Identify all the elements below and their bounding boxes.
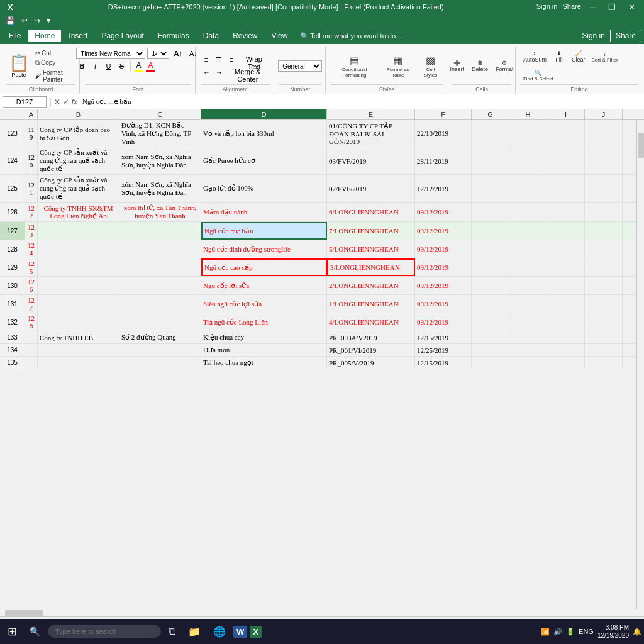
cell-h124[interactable] <box>509 147 547 174</box>
cell-i132[interactable] <box>547 313 585 331</box>
start-button[interactable]: ⊞ <box>3 622 22 641</box>
cell-g128[interactable] <box>472 240 509 258</box>
menu-home[interactable]: Home <box>28 30 61 42</box>
cell-a128[interactable]: 124 <box>25 240 38 258</box>
format-painter-button[interactable]: 🖌 Format Painter <box>33 69 75 84</box>
menu-share[interactable]: Share <box>610 30 641 42</box>
cell-c133[interactable]: Số 2 đường Quang <box>119 331 201 343</box>
cell-c124[interactable]: xóm Nam Sơn, xã Nghĩa Sơn, huyện Nghĩa Đ… <box>119 147 201 174</box>
cell-d134[interactable]: Dưa món <box>201 344 327 356</box>
cell-f134[interactable]: 12/25/2019 <box>415 344 472 356</box>
cell-i123[interactable] <box>547 120 585 147</box>
cell-c132[interactable] <box>119 313 201 331</box>
excel-taskbar-icon[interactable]: X <box>250 626 262 638</box>
cell-g127[interactable] <box>472 222 509 240</box>
cell-d132[interactable]: Trà ngũ cốc Long Liên <box>201 313 327 331</box>
cell-i127[interactable] <box>547 222 585 240</box>
cell-h126[interactable] <box>509 203 547 221</box>
cell-a133[interactable] <box>25 331 38 343</box>
cell-j133[interactable] <box>585 331 623 343</box>
cell-f129[interactable]: 09/12/2019 <box>415 258 472 276</box>
cell-g135[interactable] <box>472 357 509 369</box>
autosum-btn[interactable]: Σ AutoSum <box>521 49 549 64</box>
cell-h131[interactable] <box>509 295 547 313</box>
taskbar-search[interactable] <box>48 625 161 638</box>
merge-center-btn[interactable]: Merge & Center <box>226 67 270 78</box>
col-header-f[interactable]: F <box>415 109 472 119</box>
insert-btn[interactable]: ➕ Insert <box>448 58 467 74</box>
cell-g134[interactable] <box>472 344 509 356</box>
cell-d135[interactable]: Tai heo chua ngọt <box>201 357 327 369</box>
cell-j131[interactable] <box>585 295 623 313</box>
font-color-btn[interactable]: A <box>146 61 155 72</box>
notification-icon[interactable]: 🔔 <box>633 628 641 636</box>
conditional-formatting-btn[interactable]: ▤ Conditional Formatting <box>331 53 378 79</box>
cell-e134[interactable]: PR_001/VI/2019 <box>327 344 415 356</box>
cell-i134[interactable] <box>547 344 585 356</box>
menu-file[interactable]: File <box>3 30 27 42</box>
cell-b128[interactable] <box>38 240 119 258</box>
menu-formulas[interactable]: Formulas <box>152 30 196 42</box>
save-icon[interactable]: 💾 <box>4 16 17 25</box>
cell-a124[interactable]: 120 <box>25 147 38 174</box>
menu-view[interactable]: View <box>265 30 294 42</box>
cell-d126[interactable]: Mầm đậu nành <box>201 203 327 221</box>
align-left-btn[interactable]: ≡ <box>201 54 212 65</box>
cell-c130[interactable] <box>119 277 201 294</box>
wrap-text-btn[interactable]: Wrap Text <box>238 54 270 65</box>
copy-button[interactable]: ⧉ Copy <box>33 58 75 67</box>
number-format-select[interactable]: General <box>278 60 322 72</box>
share-link[interactable]: Share <box>562 3 580 12</box>
cell-g132[interactable] <box>472 313 509 331</box>
align-right-btn[interactable]: ≡ <box>226 54 237 65</box>
cell-f128[interactable]: 09/12/2019 <box>415 240 472 258</box>
col-header-h[interactable]: H <box>509 109 547 119</box>
cell-d124[interactable]: Gấc Puree hữu cơ <box>201 147 327 174</box>
task-view-btn[interactable]: ⧉ <box>164 623 180 640</box>
cell-e127[interactable]: 7/LONGLIENNGHEAN <box>327 222 415 240</box>
format-table-btn[interactable]: ▦ Format as Table <box>380 53 416 79</box>
cell-h129[interactable] <box>509 258 547 276</box>
cell-g131[interactable] <box>472 295 509 313</box>
cell-e135[interactable]: PR_005/V/2019 <box>327 357 415 369</box>
cell-j129[interactable] <box>585 258 623 276</box>
cell-i133[interactable] <box>547 331 585 343</box>
cell-e130[interactable]: 2/LONGLIENNGHEAN <box>327 277 415 294</box>
cell-f124[interactable]: 28/11/2019 <box>415 147 472 174</box>
cell-d128[interactable]: Ngũ cốc dinh dưỡng stronglife <box>201 240 327 258</box>
col-header-c[interactable]: C <box>119 109 201 119</box>
fill-color-btn[interactable]: A <box>134 61 143 72</box>
cell-j128[interactable] <box>585 240 623 258</box>
cell-b131[interactable] <box>38 295 119 313</box>
close-btn[interactable]: ✕ <box>625 3 639 12</box>
menu-data[interactable]: Data <box>197 30 225 42</box>
cell-a127[interactable]: 123 <box>25 222 38 240</box>
cell-f126[interactable]: 09/12/2019 <box>415 203 472 221</box>
cell-b133[interactable]: Công ty TNHH EB <box>38 331 119 343</box>
menu-insert[interactable]: Insert <box>62 30 94 42</box>
word-icon[interactable]: W <box>233 626 247 638</box>
cell-d133[interactable]: Kiệu chua cay <box>201 331 327 343</box>
cell-d131[interactable]: Siêu ngũ cốc lợi sữa <box>201 295 327 313</box>
cell-h123[interactable] <box>509 120 547 147</box>
cell-f127[interactable]: 09/12/2019 <box>415 222 472 240</box>
cell-g130[interactable] <box>472 277 509 294</box>
cell-e131[interactable]: 1/LONGLIENNGHEAN <box>327 295 415 313</box>
cell-i135[interactable] <box>547 357 585 369</box>
cell-j130[interactable] <box>585 277 623 294</box>
undo-icon[interactable]: ↩ <box>19 16 30 25</box>
cell-d123[interactable]: Vỏ và nắp lon bia 330ml <box>201 120 327 147</box>
cell-d129[interactable]: Ngũ cốc cao cấp <box>201 258 327 276</box>
confirm-icon[interactable]: ✓ <box>63 97 69 106</box>
cell-b129[interactable] <box>38 258 119 276</box>
col-header-e[interactable]: E <box>327 109 415 119</box>
col-header-a[interactable]: A <box>25 109 38 119</box>
cell-h127[interactable] <box>509 222 547 240</box>
tell-me-text[interactable]: Tell me what you want to do... <box>310 32 401 40</box>
function-icon[interactable]: fx <box>72 97 77 106</box>
cut-button[interactable]: ✂ Cut <box>33 49 75 57</box>
cell-i131[interactable] <box>547 295 585 313</box>
menu-page-layout[interactable]: Page Layout <box>95 30 150 42</box>
cell-a125[interactable]: 121 <box>25 175 38 202</box>
cell-b123[interactable]: Công ty CP tập đoàn bao bì Sài Gòn <box>38 120 119 147</box>
